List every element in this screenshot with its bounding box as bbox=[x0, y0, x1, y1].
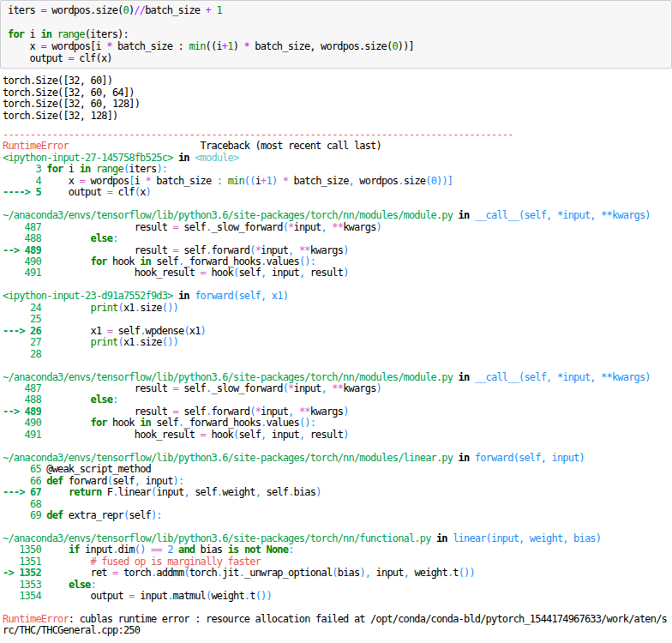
notebook-area: iters = wordpos.size(0)//batch_size + 1 … bbox=[0, 0, 672, 637]
code-cell-input[interactable]: iters = wordpos.size(0)//batch_size + 1 … bbox=[0, 0, 672, 69]
input-code[interactable]: iters = wordpos.size(0)//batch_size + 1 … bbox=[8, 4, 671, 64]
jupyter-notebook-page: { "app": {"name": "Jupyter notebook cell… bbox=[0, 0, 672, 643]
stdout-output: torch.Size([32, 60]) torch.Size([32, 60,… bbox=[0, 75, 672, 122]
traceback-output: ----------------------------------------… bbox=[0, 129, 669, 637]
